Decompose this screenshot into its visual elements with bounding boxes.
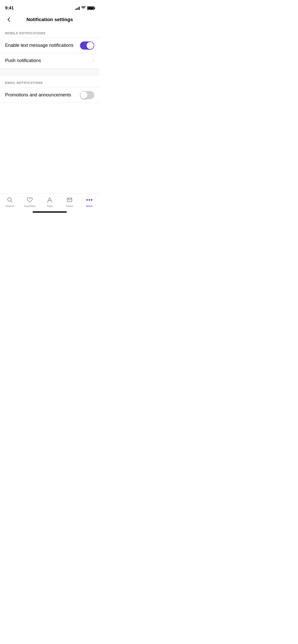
battery-icon — [87, 6, 94, 10]
nav-item-favorites[interactable]: Favorites — [20, 196, 40, 208]
promotions-toggle[interactable] — [80, 91, 94, 99]
status-time: 9:41 — [5, 6, 14, 11]
more-dot-1 — [86, 199, 88, 201]
text-message-notifications-item: Enable text message notifications — [0, 38, 99, 53]
nav-item-inbox[interactable]: Inbox — [60, 196, 79, 208]
push-notifications-chevron-icon: › — [93, 58, 94, 63]
status-icons — [75, 6, 94, 10]
status-bar: 9:41 — [0, 0, 99, 13]
promotions-item: Promotions and announcements — [0, 87, 99, 103]
nav-label-trips: Trips — [47, 204, 53, 208]
trips-icon — [46, 196, 53, 203]
push-notifications-label: Push notifications — [5, 58, 41, 63]
page-title: Notification settings — [26, 17, 73, 22]
more-dots — [86, 199, 92, 201]
wifi-icon — [81, 6, 86, 10]
nav-label-inbox: Inbox — [66, 204, 73, 208]
nav-item-more[interactable]: More — [79, 196, 99, 208]
promotions-label: Promotions and announcements — [5, 92, 71, 98]
toggle-thumb-text — [87, 42, 94, 49]
page-header: Notification settings — [0, 13, 99, 26]
svg-line-1 — [11, 201, 12, 202]
email-notifications-section-header: EMAIL NOTIFICATIONS — [0, 76, 99, 87]
home-indicator — [33, 211, 67, 213]
heart-icon — [26, 196, 33, 203]
text-message-notifications-label: Enable text message notifications — [5, 43, 73, 48]
search-icon — [6, 196, 13, 203]
nav-label-more: More — [86, 204, 92, 208]
toggle-thumb-promos — [80, 92, 88, 99]
section-gap — [0, 68, 99, 76]
push-notifications-item[interactable]: Push notifications › — [0, 53, 99, 68]
nav-label-favorites: Favorites — [24, 204, 35, 208]
signal-icon — [75, 6, 80, 10]
nav-item-search[interactable]: Search — [0, 196, 20, 208]
more-icon — [86, 196, 93, 203]
more-dot-3 — [91, 199, 92, 201]
text-message-toggle[interactable] — [80, 41, 94, 50]
more-dot-2 — [89, 199, 90, 201]
back-button[interactable] — [5, 16, 13, 23]
nav-label-search: Search — [6, 204, 15, 208]
inbox-icon — [66, 196, 73, 203]
mobile-notifications-section-header: MOBILE NOTIFICATIONS — [0, 26, 99, 38]
nav-item-trips[interactable]: Trips — [40, 196, 60, 208]
